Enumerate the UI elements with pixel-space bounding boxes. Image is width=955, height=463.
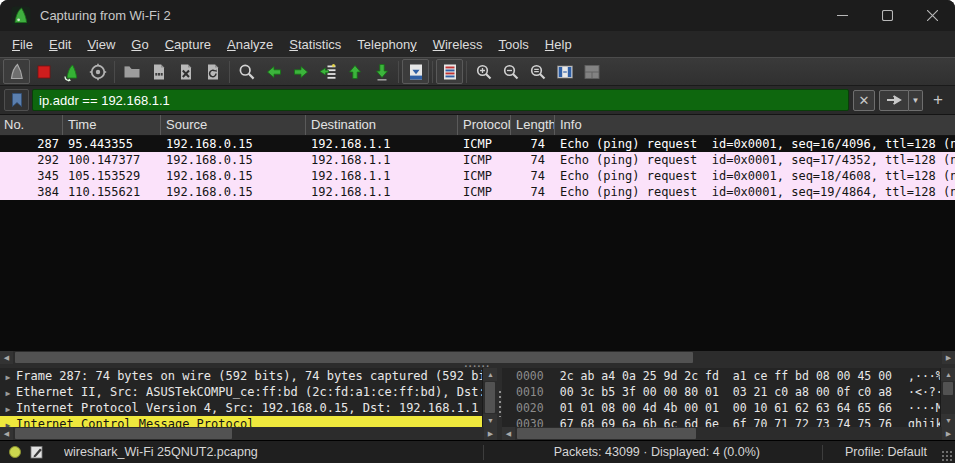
zoom-in-button[interactable] xyxy=(470,59,497,84)
details-hscrollbar[interactable] xyxy=(0,427,497,440)
column-header-source[interactable]: Source xyxy=(161,115,306,135)
next-packet-button[interactable] xyxy=(287,59,314,84)
filter-add-button[interactable] xyxy=(927,90,949,111)
detail-row-icmp[interactable]: Internet Control Message Protocol xyxy=(0,416,482,427)
packet-row[interactable]: 384 110.155621 192.168.0.15 192.168.1.1 … xyxy=(0,184,955,200)
detail-row-ethernet[interactable]: Ethernet II, Src: ASUSTekCOMPU_ce:ff:bd … xyxy=(0,384,482,400)
scroll-down-arrow-icon[interactable] xyxy=(941,414,955,427)
previous-packet-button[interactable] xyxy=(260,59,287,84)
expert-info-icon[interactable] xyxy=(9,446,21,458)
expand-arrow-icon[interactable] xyxy=(0,385,16,399)
auto-scroll-button[interactable] xyxy=(402,59,429,84)
filter-dropdown-button[interactable] xyxy=(909,90,923,111)
hex-row[interactable]: 0020 01 01 08 00 4d 4b 00 01 00 10 61 62… xyxy=(502,400,940,416)
capture-comment-button[interactable] xyxy=(30,445,44,459)
detail-row-frame[interactable]: Frame 287: 74 bytes on wire (592 bits), … xyxy=(0,368,482,384)
close-file-button[interactable] xyxy=(172,59,199,84)
save-file-button[interactable] xyxy=(145,59,172,84)
scroll-right-arrow-icon[interactable] xyxy=(942,351,955,364)
status-profile[interactable]: Profile: Default xyxy=(823,445,941,459)
scrollbar-thumb[interactable] xyxy=(517,428,696,439)
auto-scroll-icon xyxy=(406,62,426,82)
column-header-info[interactable]: Info xyxy=(555,115,955,135)
hex-dump-view[interactable]: 0000 2c ab a4 0a 25 9d 2c fd a1 ce ff bd… xyxy=(502,368,940,427)
zoom-100-button[interactable] xyxy=(524,59,551,84)
first-packet-button[interactable] xyxy=(341,59,368,84)
menu-item-view[interactable]: View xyxy=(79,34,123,55)
packet-row[interactable]: 345 105.153529 192.168.0.15 192.168.1.1 … xyxy=(0,168,955,184)
scrollbar-thumb[interactable] xyxy=(15,352,693,363)
menu-item-capture[interactable]: Capture xyxy=(157,34,219,55)
hex-offset: 0010 xyxy=(516,385,544,399)
display-filter-input[interactable] xyxy=(32,89,849,111)
hex-row[interactable]: 0030 67 68 69 6a 6b 6c 6d 6e 6f 70 71 72… xyxy=(502,416,940,427)
reload-file-button[interactable] xyxy=(199,59,226,84)
wireshark-window: Capturing from Wi-Fi 2 File Edit View Go… xyxy=(0,0,955,463)
column-header-no[interactable]: No. xyxy=(0,115,63,135)
expand-arrow-icon[interactable] xyxy=(0,401,16,415)
last-packet-button[interactable] xyxy=(368,59,395,84)
column-header-protocol[interactable]: Protocol xyxy=(458,115,511,135)
details-vscrollbar[interactable] xyxy=(482,368,497,427)
menu-item-telephony[interactable]: Telephony xyxy=(349,34,424,55)
menu-item-edit[interactable]: Edit xyxy=(41,34,79,55)
scroll-left-arrow-icon[interactable] xyxy=(0,427,13,440)
maximize-button[interactable] xyxy=(865,0,910,31)
scroll-left-arrow-icon[interactable] xyxy=(0,351,13,364)
hex-row[interactable]: 0010 00 3c b5 3f 00 00 80 01 03 21 c0 a8… xyxy=(502,384,940,400)
packet-list-hscrollbar[interactable] xyxy=(0,351,955,364)
hex-vscrollbar[interactable] xyxy=(940,368,955,427)
column-header-time[interactable]: Time xyxy=(63,115,161,135)
packet-row[interactable]: 292 100.147377 192.168.0.15 192.168.1.1 … xyxy=(0,152,955,168)
window-resize-grip[interactable] xyxy=(941,450,953,462)
menu-item-file[interactable]: File xyxy=(4,34,41,55)
scrollbar-thumb[interactable] xyxy=(15,428,232,439)
scroll-left-arrow-icon[interactable] xyxy=(502,427,515,440)
packet-row[interactable]: 287 95.443355 192.168.0.15 192.168.1.1 I… xyxy=(0,136,955,152)
expand-arrow-icon[interactable] xyxy=(0,369,16,383)
cell-info: Echo (ping) request id=0x0001, seq=19/48… xyxy=(555,184,955,200)
hex-hscrollbar[interactable] xyxy=(502,427,955,440)
cell-time: 105.153529 xyxy=(63,168,161,184)
packet-list-empty-area xyxy=(0,200,955,351)
scroll-up-arrow-icon[interactable] xyxy=(941,368,955,381)
menu-item-analyze[interactable]: Analyze xyxy=(219,34,281,55)
cell-source: 192.168.0.15 xyxy=(161,136,306,152)
colorize-packets-button[interactable] xyxy=(436,59,463,84)
open-file-button[interactable] xyxy=(118,59,145,84)
filter-clear-button[interactable] xyxy=(853,90,875,111)
column-header-length[interactable]: Length xyxy=(511,115,555,135)
close-file-icon xyxy=(176,62,196,82)
scroll-down-arrow-icon[interactable] xyxy=(483,414,497,427)
start-capture-button[interactable] xyxy=(3,59,30,84)
detail-row-ip[interactable]: Internet Protocol Version 4, Src: 192.16… xyxy=(0,400,482,416)
expand-arrow-icon[interactable] xyxy=(0,417,16,427)
menu-item-wireless[interactable]: Wireless xyxy=(425,34,491,55)
scrollbar-thumb[interactable] xyxy=(943,382,953,395)
filter-bookmark-button[interactable] xyxy=(4,89,29,111)
status-packet-counts[interactable]: Packets: 43099 · Displayed: 4 (0.0%) xyxy=(484,445,822,459)
go-to-packet-button[interactable] xyxy=(314,59,341,84)
menu-item-statistics[interactable]: Statistics xyxy=(281,34,349,55)
toolbar-separator xyxy=(466,61,467,83)
filter-apply-button[interactable] xyxy=(879,90,909,111)
resize-columns-button[interactable] xyxy=(551,59,578,84)
scroll-right-arrow-icon[interactable] xyxy=(484,427,497,440)
reset-layout-button[interactable] xyxy=(578,59,605,84)
menu-item-tools[interactable]: Tools xyxy=(491,34,537,55)
hex-ascii: ·<·?···· ·!······ xyxy=(908,385,940,399)
column-header-destination[interactable]: Destination xyxy=(306,115,458,135)
hex-row[interactable]: 0000 2c ab a4 0a 25 9d 2c fd a1 ce ff bd… xyxy=(502,368,940,384)
zoom-out-button[interactable] xyxy=(497,59,524,84)
menu-item-go[interactable]: Go xyxy=(123,34,156,55)
scroll-right-arrow-icon[interactable] xyxy=(942,427,955,440)
close-button[interactable] xyxy=(910,0,955,31)
capture-options-button[interactable] xyxy=(84,59,111,84)
scroll-up-arrow-icon[interactable] xyxy=(483,368,497,381)
stop-capture-button[interactable] xyxy=(30,59,57,84)
restart-capture-button[interactable] xyxy=(57,59,84,84)
scrollbar-thumb[interactable] xyxy=(485,382,495,413)
menu-item-help[interactable]: Help xyxy=(537,34,580,55)
find-packet-button[interactable] xyxy=(233,59,260,84)
minimize-button[interactable] xyxy=(820,0,865,31)
